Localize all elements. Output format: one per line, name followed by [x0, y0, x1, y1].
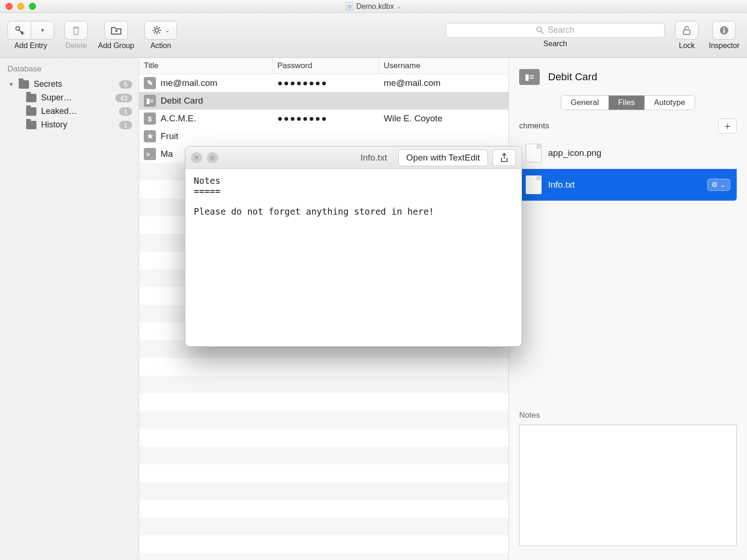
- sidebar-badge: 1: [119, 121, 132, 129]
- notes-label: Notes: [519, 411, 737, 420]
- attachment-actions-button[interactable]: ⚙ ⌄: [707, 179, 730, 191]
- trash-icon: [71, 25, 81, 35]
- attachments-label: chments: [519, 121, 549, 131]
- zoom-window-icon[interactable]: [29, 3, 36, 10]
- action-button[interactable]: ⌄: [144, 21, 177, 40]
- action-group: ⌄ Action: [144, 21, 177, 50]
- row-title: Ma: [161, 149, 173, 159]
- svg-rect-6: [724, 29, 725, 33]
- add-entry-button[interactable]: [7, 21, 31, 40]
- inspector-label: Inspector: [709, 42, 740, 50]
- gear-icon: [152, 25, 162, 35]
- sidebar-item-secrets[interactable]: ▼ Secrets 5: [0, 77, 139, 91]
- popover-body: Notes ===== Please do not forget anythin…: [185, 169, 521, 346]
- inspector-button[interactable]: [712, 21, 736, 40]
- folder-icon: [19, 80, 29, 89]
- dollar-icon: $: [144, 112, 156, 125]
- column-header-username[interactable]: Username: [379, 58, 508, 74]
- sidebar-badge: 5: [119, 80, 132, 89]
- document-icon: ◎: [345, 2, 353, 10]
- chevron-down-icon: ⌄: [165, 27, 170, 34]
- svg-point-2: [537, 27, 542, 32]
- popover-disabled-button: ⊘: [207, 152, 218, 163]
- plus-icon: ＋: [722, 119, 733, 133]
- search-input[interactable]: Search: [445, 23, 665, 38]
- titlebar: ◎ Demo.kdbx ⌄: [0, 0, 747, 13]
- sidebar-badge: 1: [119, 107, 132, 116]
- document-title[interactable]: ◎ Demo.kdbx ⌄: [345, 2, 402, 11]
- pen-icon: ✎: [144, 77, 156, 89]
- svg-point-1: [155, 28, 159, 32]
- column-header-password[interactable]: Password: [273, 58, 379, 74]
- x-icon: ✕: [194, 154, 199, 161]
- inspector-title: Debit Card: [548, 71, 597, 83]
- row-title: Debit Card: [161, 96, 203, 106]
- table-row[interactable]: $A.C.M.E. ●●●●●●●● Wile E. Coyote: [139, 110, 508, 127]
- terminal-icon: >_: [144, 148, 156, 160]
- sidebar-item-leaked[interactable]: Leaked… 1: [0, 105, 139, 118]
- sidebar-item-super[interactable]: Super… 43: [0, 91, 139, 105]
- attachment-item[interactable]: Info.txt ⚙ ⌄: [519, 169, 737, 201]
- sidebar-item-history[interactable]: History 1: [0, 118, 139, 132]
- add-group-button[interactable]: [105, 21, 128, 40]
- add-entry-group: ▾ Add Entry: [7, 21, 54, 50]
- add-entry-menu-button[interactable]: ▾: [31, 21, 54, 40]
- row-password: ●●●●●●●●: [273, 113, 379, 124]
- gear-icon: ⚙: [712, 181, 718, 189]
- svg-point-5: [724, 28, 725, 29]
- folder-icon: [26, 107, 36, 116]
- sidebar-item-label: Secrets: [34, 79, 62, 89]
- column-header-title[interactable]: Title: [139, 58, 273, 74]
- row-username: Wile E. Coyote: [379, 113, 508, 124]
- notes-textarea[interactable]: [519, 425, 737, 546]
- share-icon: [500, 153, 508, 162]
- search-group: Search Search: [445, 23, 665, 48]
- open-with-button[interactable]: Open with TextEdit: [398, 149, 488, 166]
- tab-general[interactable]: General: [561, 96, 608, 110]
- lock-label: Lock: [679, 42, 695, 50]
- table-row[interactable]: ✎me@mail.com ●●●●●●●● me@mail.com: [139, 74, 508, 92]
- minimize-window-icon[interactable]: [17, 3, 24, 10]
- sidebar-badge: 43: [115, 94, 132, 102]
- add-group-label: Add Group: [98, 42, 134, 50]
- info-icon: [719, 25, 729, 35]
- search-icon: [536, 26, 544, 34]
- notes-section: Notes: [509, 402, 747, 560]
- row-title: A.C.M.E.: [161, 113, 196, 124]
- key-plus-icon: [14, 25, 25, 36]
- inspector-group: Inspector: [709, 21, 740, 50]
- lock-icon: [682, 25, 692, 35]
- inspector-header: ▮≡ Debit Card: [509, 58, 747, 92]
- popover-close-button[interactable]: ✕: [191, 152, 202, 163]
- popover-title: Info.txt: [360, 153, 387, 163]
- tab-autotype[interactable]: Autotype: [645, 96, 695, 110]
- popover-toolbar: ✕ ⊘ Info.txt Open with TextEdit: [185, 147, 521, 169]
- toolbar: ▾ Add Entry Delete Add Group ⌄ Action Se…: [0, 13, 747, 58]
- file-icon: [526, 144, 542, 162]
- lock-group: Lock: [675, 21, 698, 50]
- svg-rect-3: [684, 30, 690, 35]
- add-entry-label: Add Entry: [14, 42, 47, 50]
- add-attachment-button[interactable]: ＋: [718, 119, 737, 133]
- disclosure-triangle-icon[interactable]: ▼: [8, 81, 14, 88]
- attachment-name: app_icon.png: [548, 148, 601, 158]
- row-password: ●●●●●●●●: [273, 78, 379, 88]
- lock-button[interactable]: [675, 21, 698, 40]
- close-window-icon[interactable]: [6, 3, 13, 10]
- table-row[interactable]: ★Fruit: [139, 127, 508, 145]
- search-placeholder: Search: [548, 25, 574, 35]
- tab-files[interactable]: Files: [609, 96, 645, 110]
- attachment-item[interactable]: app_icon.png: [519, 137, 737, 169]
- delete-button[interactable]: [64, 21, 88, 40]
- window-traffic-lights: [6, 3, 36, 10]
- add-group-group: Add Group: [98, 21, 134, 50]
- sidebar-item-label: Super…: [41, 93, 72, 103]
- nosign-icon: ⊘: [210, 154, 215, 161]
- table-row[interactable]: ▮≡Debit Card: [139, 92, 508, 110]
- card-icon: ▮≡: [519, 69, 540, 85]
- sidebar-item-label: History: [41, 120, 67, 130]
- share-button[interactable]: [493, 149, 516, 166]
- row-username: me@mail.com: [379, 78, 508, 88]
- table-header: Title Password Username: [139, 58, 508, 74]
- inspector-panel: ▮≡ Debit Card General Files Autotype chm…: [509, 58, 747, 560]
